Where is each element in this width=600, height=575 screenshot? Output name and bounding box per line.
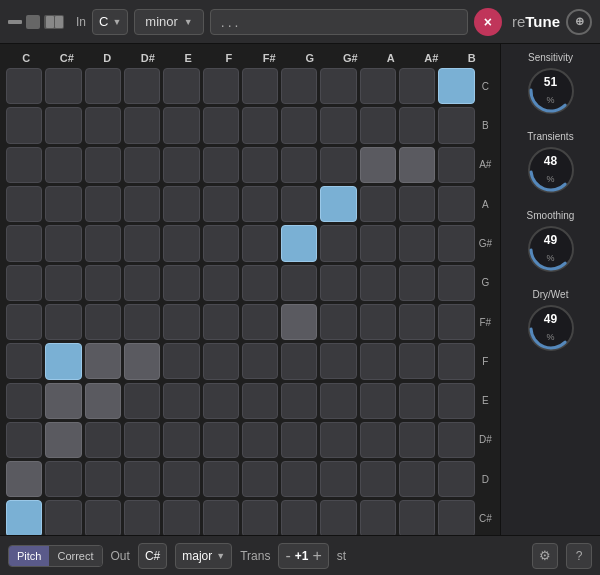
grid-cell[interactable] [163, 422, 199, 458]
grid-cell[interactable] [242, 461, 278, 497]
grid-cell[interactable] [242, 343, 278, 379]
grid-cell[interactable] [360, 304, 396, 340]
grid-cell[interactable] [163, 383, 199, 419]
grid-cell[interactable] [399, 147, 435, 183]
grid-cell[interactable] [163, 107, 199, 143]
key-select[interactable]: C ▼ [92, 9, 128, 35]
grid-cell[interactable] [45, 68, 81, 104]
grid-cell[interactable] [45, 107, 81, 143]
grid-cell[interactable] [360, 225, 396, 261]
grid-cell[interactable] [438, 422, 474, 458]
grid-cell[interactable] [242, 304, 278, 340]
knob-sensitivity[interactable]: 51% [525, 65, 577, 117]
grid-cell[interactable] [399, 422, 435, 458]
grid-cell[interactable] [281, 422, 317, 458]
out-key-select[interactable]: C# [138, 543, 167, 569]
grid-cell[interactable] [6, 68, 42, 104]
grid-cell[interactable] [360, 147, 396, 183]
grid-cell[interactable] [85, 461, 121, 497]
grid-cell[interactable] [124, 422, 160, 458]
grid-cell[interactable] [320, 500, 356, 535]
grid-cell[interactable] [203, 422, 239, 458]
grid-cell[interactable] [438, 500, 474, 535]
grid-cell[interactable] [6, 107, 42, 143]
grid-cell[interactable] [438, 147, 474, 183]
grid-cell[interactable] [399, 225, 435, 261]
grid-cell[interactable] [203, 107, 239, 143]
grid-cell[interactable] [320, 147, 356, 183]
close-button[interactable]: × [474, 8, 502, 36]
grid-cell[interactable] [242, 383, 278, 419]
grid-cell[interactable] [242, 265, 278, 301]
grid-cell[interactable] [85, 107, 121, 143]
grid-cell[interactable] [85, 422, 121, 458]
grid-cell[interactable] [281, 225, 317, 261]
grid-cell[interactable] [360, 461, 396, 497]
grid-cell[interactable] [85, 147, 121, 183]
grid-cell[interactable] [203, 186, 239, 222]
grid-cell[interactable] [203, 343, 239, 379]
grid-cell[interactable] [281, 343, 317, 379]
grid-cell[interactable] [203, 304, 239, 340]
grid-cell[interactable] [242, 107, 278, 143]
grid-cell[interactable] [320, 265, 356, 301]
grid-cell[interactable] [242, 422, 278, 458]
grid-cell[interactable] [360, 68, 396, 104]
grid-cell[interactable] [203, 68, 239, 104]
grid-cell[interactable] [242, 186, 278, 222]
grid-cell[interactable] [242, 68, 278, 104]
grid-cell[interactable] [399, 186, 435, 222]
grid-cell[interactable] [45, 500, 81, 535]
grid-cell[interactable] [320, 343, 356, 379]
grid-cell[interactable] [163, 265, 199, 301]
grid-cell[interactable] [163, 147, 199, 183]
grid-cell[interactable] [163, 68, 199, 104]
grid-cell[interactable] [438, 343, 474, 379]
grid-cell[interactable] [438, 461, 474, 497]
grid-cell[interactable] [124, 383, 160, 419]
grid-cell[interactable] [360, 422, 396, 458]
grid-cell[interactable] [281, 68, 317, 104]
help-button[interactable]: ? [566, 543, 592, 569]
grid-cell[interactable] [399, 500, 435, 535]
grid-cell[interactable] [6, 343, 42, 379]
grid-cell[interactable] [203, 225, 239, 261]
grid-cell[interactable] [320, 304, 356, 340]
grid-cell[interactable] [124, 225, 160, 261]
out-scale-select[interactable]: major ▼ [175, 543, 232, 569]
grid-cell[interactable] [163, 343, 199, 379]
correct-tab[interactable]: Correct [49, 546, 101, 566]
grid-cell[interactable] [45, 225, 81, 261]
grid-cell[interactable] [45, 383, 81, 419]
grid-cell[interactable] [6, 304, 42, 340]
grid-cell[interactable] [281, 107, 317, 143]
grid-cell[interactable] [163, 500, 199, 535]
grid-cell[interactable] [320, 383, 356, 419]
pitch-tab[interactable]: Pitch [9, 546, 49, 566]
gear-button[interactable]: ⚙ [532, 543, 558, 569]
grid-cell[interactable] [45, 422, 81, 458]
grid-cell[interactable] [438, 107, 474, 143]
dots-button[interactable]: ... [210, 9, 468, 35]
grid-cell[interactable] [85, 265, 121, 301]
grid-cell[interactable] [6, 383, 42, 419]
grid-cell[interactable] [85, 68, 121, 104]
grid-cell[interactable] [124, 107, 160, 143]
grid-cell[interactable] [242, 500, 278, 535]
grid-cell[interactable] [320, 225, 356, 261]
grid-cell[interactable] [281, 500, 317, 535]
grid-cell[interactable] [124, 265, 160, 301]
grid-cell[interactable] [6, 422, 42, 458]
grid-cell[interactable] [163, 186, 199, 222]
grid-cell[interactable] [281, 383, 317, 419]
grid-cell[interactable] [360, 107, 396, 143]
grid-cell[interactable] [281, 304, 317, 340]
grid-cell[interactable] [399, 107, 435, 143]
grid-cell[interactable] [124, 186, 160, 222]
grid-cell[interactable] [124, 68, 160, 104]
grid-cell[interactable] [438, 383, 474, 419]
grid-cell[interactable] [203, 461, 239, 497]
grid-cell[interactable] [203, 265, 239, 301]
grid-cell[interactable] [203, 500, 239, 535]
grid-cell[interactable] [45, 147, 81, 183]
